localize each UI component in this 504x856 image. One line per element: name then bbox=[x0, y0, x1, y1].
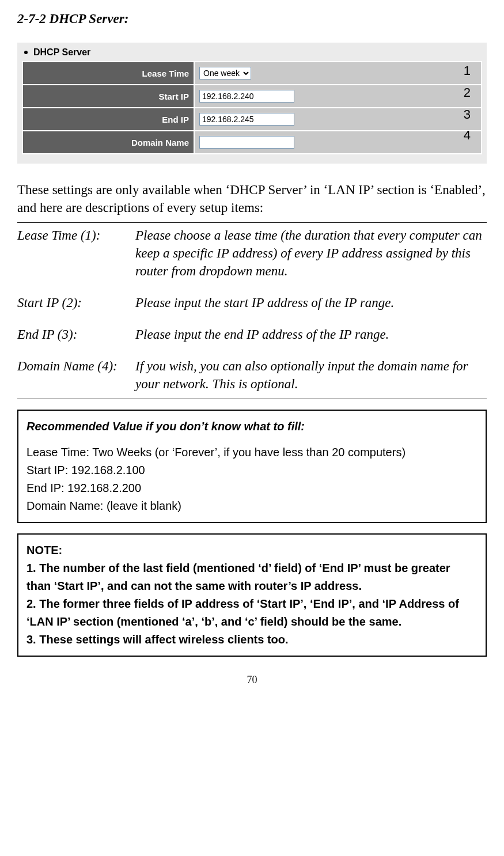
lease-time-select[interactable]: One week bbox=[199, 67, 251, 79]
start-ip-input[interactable] bbox=[199, 90, 294, 103]
domain-name-input[interactable] bbox=[199, 136, 294, 149]
def-label: Domain Name (4): bbox=[17, 357, 135, 393]
def-start-ip: Start IP (2): Please input the start IP … bbox=[17, 294, 487, 312]
cell-end-ip bbox=[194, 108, 482, 131]
note-line: 3. These settings will affect wireless c… bbox=[26, 631, 478, 649]
page-number: 70 bbox=[17, 674, 487, 686]
dhcp-form-table: Lease Time One week Start IP End IP Doma… bbox=[22, 61, 482, 154]
label-lease-time: Lease Time bbox=[22, 62, 194, 85]
def-text: Please choose a lease time (the duration… bbox=[135, 226, 487, 280]
def-text: Please input the start IP address of the… bbox=[135, 294, 487, 312]
def-label: Lease Time (1): bbox=[17, 226, 135, 280]
cell-lease-time: One week bbox=[194, 62, 482, 85]
divider-top bbox=[17, 222, 487, 223]
note-line: 2. The former three fields of IP address… bbox=[26, 595, 478, 631]
def-lease-time: Lease Time (1): Please choose a lease ti… bbox=[17, 226, 487, 280]
note-line: 1. The number of the last field (mention… bbox=[26, 559, 478, 595]
callout-4: 4 bbox=[464, 128, 471, 143]
note-title: NOTE: bbox=[26, 541, 478, 559]
rec-line: End IP: 192.168.2.200 bbox=[26, 479, 478, 497]
callout-2: 2 bbox=[464, 85, 471, 100]
rec-line: Domain Name: (leave it blank) bbox=[26, 497, 478, 515]
panel-title-row: DHCP Server bbox=[22, 46, 482, 61]
panel-title: DHCP Server bbox=[33, 47, 90, 58]
def-label: End IP (3): bbox=[17, 325, 135, 343]
definitions-block: Lease Time (1): Please choose a lease ti… bbox=[17, 226, 487, 393]
rec-line: Start IP: 192.168.2.100 bbox=[26, 461, 478, 479]
cell-start-ip bbox=[194, 85, 482, 108]
dhcp-screenshot-panel: DHCP Server Lease Time One week Start IP… bbox=[17, 43, 487, 164]
row-domain-name: Domain Name bbox=[22, 131, 482, 154]
recommended-box: Recommended Value if you don’t know what… bbox=[17, 410, 487, 523]
cell-domain-name bbox=[194, 131, 482, 154]
callout-1: 1 bbox=[464, 63, 471, 78]
recommended-title: Recommended Value if you don’t know what… bbox=[26, 418, 478, 435]
note-box: NOTE: 1. The number of the last field (m… bbox=[17, 533, 487, 657]
label-end-ip: End IP bbox=[22, 108, 194, 131]
def-domain-name: Domain Name (4): If you wish, you can al… bbox=[17, 357, 487, 393]
end-ip-input[interactable] bbox=[199, 113, 294, 126]
callout-3: 3 bbox=[464, 107, 471, 122]
intro-paragraph: These settings are only available when ‘… bbox=[17, 181, 487, 217]
section-heading: 2-7-2 DHCP Server: bbox=[17, 12, 487, 26]
row-start-ip: Start IP bbox=[22, 85, 482, 108]
def-label: Start IP (2): bbox=[17, 294, 135, 312]
def-text: Please input the end IP address of the I… bbox=[135, 325, 487, 343]
def-text: If you wish, you can also optionally inp… bbox=[135, 357, 487, 393]
row-end-ip: End IP bbox=[22, 108, 482, 131]
divider-bottom bbox=[17, 399, 487, 399]
row-lease-time: Lease Time One week bbox=[22, 62, 482, 85]
label-start-ip: Start IP bbox=[22, 85, 194, 108]
def-end-ip: End IP (3): Please input the end IP addr… bbox=[17, 325, 487, 343]
rec-line: Lease Time: Two Weeks (or ‘Forever’, if … bbox=[26, 444, 478, 461]
label-domain-name: Domain Name bbox=[22, 131, 194, 154]
bullet-icon bbox=[24, 51, 28, 54]
